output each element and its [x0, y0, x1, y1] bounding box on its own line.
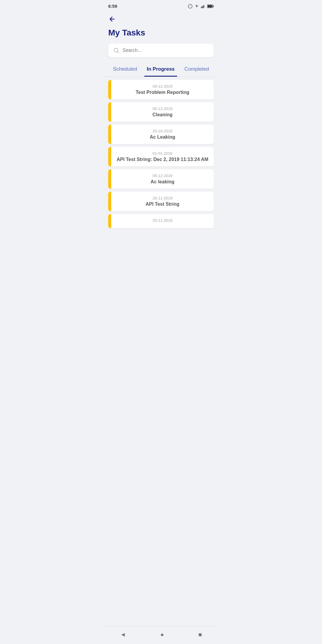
- notification-icon: [188, 3, 193, 8]
- svg-rect-5: [203, 5, 204, 8]
- svg-rect-3: [201, 7, 202, 8]
- task-content-7: 25-11-2019: [111, 214, 214, 228]
- task-content-2: 05-12-2019 Cleaning: [111, 102, 214, 122]
- task-list: 09-12-2019 Test Problem Reporting 05-12-…: [103, 77, 219, 255]
- task-date-2: 05-12-2019: [153, 106, 173, 111]
- status-icons: [188, 3, 214, 9]
- task-item-3[interactable]: 20-10-2019 Ac Leaking: [108, 125, 214, 144]
- task-content-4: 01-01-2020 API Test String: Dec 2, 2019 …: [111, 147, 214, 166]
- tabs-container: Scheduled In Progress Completed: [103, 63, 219, 77]
- search-bar: [108, 44, 214, 57]
- task-item-6[interactable]: 26-11-2019 API Test String: [108, 192, 214, 211]
- task-date-1: 09-12-2019: [153, 84, 173, 89]
- task-item-1[interactable]: 09-12-2019 Test Problem Reporting: [108, 80, 214, 99]
- task-title-1: Test Problem Reporting: [136, 90, 189, 95]
- svg-rect-6: [204, 4, 205, 8]
- task-content-3: 20-10-2019 Ac Leaking: [111, 125, 214, 144]
- tab-in-progress[interactable]: In Progress: [144, 63, 177, 77]
- task-accent-2: [108, 102, 111, 122]
- task-accent-4: [108, 147, 111, 166]
- svg-rect-9: [208, 5, 212, 7]
- task-date-7: 25-11-2019: [153, 218, 173, 223]
- battery-icon: [207, 3, 214, 9]
- status-bar: 6:59: [103, 0, 219, 11]
- back-button[interactable]: [108, 14, 116, 24]
- tab-scheduled[interactable]: Scheduled: [111, 63, 139, 77]
- search-icon: [113, 47, 120, 54]
- task-item-7[interactable]: 25-11-2019: [108, 214, 214, 228]
- task-accent-3: [108, 125, 111, 144]
- task-accent-5: [108, 169, 111, 189]
- svg-rect-8: [213, 5, 214, 7]
- signal-icon: [201, 3, 206, 9]
- svg-line-11: [117, 52, 119, 53]
- wifi-icon: [194, 3, 199, 9]
- task-date-6: 26-11-2019: [153, 196, 173, 200]
- task-title-2: Cleaning: [152, 112, 173, 117]
- task-date-5: 05-12-2019: [153, 174, 173, 178]
- search-input[interactable]: [123, 48, 209, 53]
- task-item-4[interactable]: 01-01-2020 API Test String: Dec 2, 2019 …: [108, 147, 214, 166]
- status-time: 6:59: [108, 4, 117, 9]
- page-title: My Tasks: [108, 28, 214, 38]
- task-accent-1: [108, 80, 111, 99]
- task-title-4: API Test String: Dec 2, 2019 11:13:24 AM: [117, 157, 208, 162]
- task-accent-6: [108, 192, 111, 211]
- svg-rect-4: [202, 6, 203, 8]
- task-title-5: Ac leaking: [151, 179, 174, 185]
- back-arrow-icon: [108, 15, 116, 23]
- task-content-1: 09-12-2019 Test Problem Reporting: [111, 80, 214, 99]
- task-item-2[interactable]: 05-12-2019 Cleaning: [108, 102, 214, 122]
- task-content-5: 05-12-2019 Ac leaking: [111, 169, 214, 189]
- task-date-4: 01-01-2020: [153, 151, 173, 156]
- task-title-6: API Test String: [145, 202, 179, 207]
- task-accent-7: [108, 214, 111, 228]
- tab-completed[interactable]: Completed: [182, 63, 211, 77]
- task-date-3: 20-10-2019: [153, 129, 173, 133]
- task-content-6: 26-11-2019 API Test String: [111, 192, 214, 211]
- header: My Tasks: [103, 11, 219, 44]
- task-item-5[interactable]: 05-12-2019 Ac leaking: [108, 169, 214, 189]
- task-title-3: Ac Leaking: [150, 134, 175, 140]
